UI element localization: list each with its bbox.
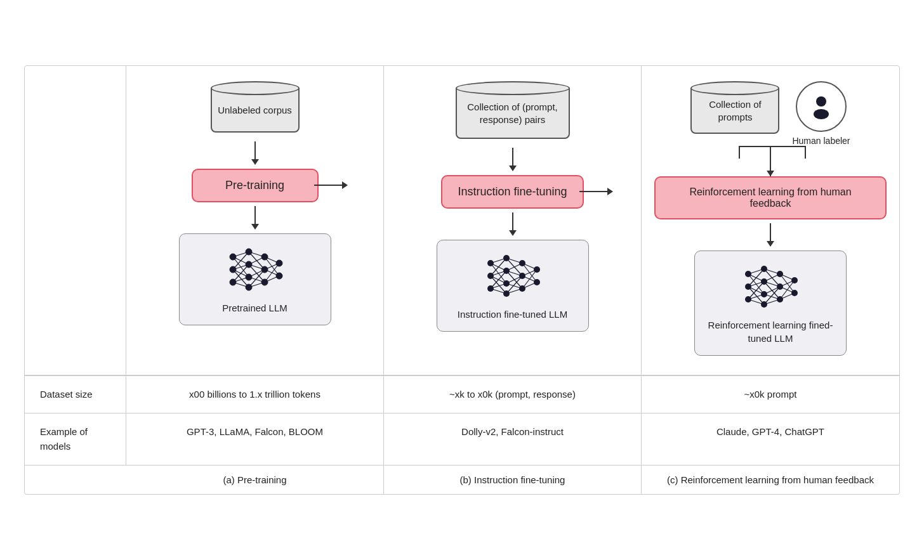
example-models-col-a: GPT-3, LLaMA, Falcon, BLOOM [126,413,384,465]
example-models-label: Example of models [25,413,126,465]
arrow-pairs-to-finetune [509,148,517,171]
caption-row: (a) Pre-training (b) Instruction fine-tu… [25,465,899,494]
col-finetuning: Collection of (prompt, response) pairs I… [384,66,642,375]
arrow-pretrain-to-finetune [314,181,348,189]
svg-line-103 [764,287,780,294]
rlhf-llm-label: Reinforcement learning fined-tuned LLM [705,318,836,345]
pretraining-label: Pre-training [225,179,284,192]
finetuning-process-wrap: Instruction fine-tuning [441,175,583,209]
collection-prompts-label: Collection of prompts [692,94,778,127]
pretraining-box: Pre-training [192,169,319,202]
example-models-col-b: Dolly-v2, Falcon-instruct [384,413,642,465]
arrow-pretrain-to-model [251,206,259,230]
example-models-col-c: Claude, GPT-4, ChatGPT [642,413,899,465]
dataset-size-col-a: x00 billions to 1.x trillion tokens [126,375,384,413]
col-pretraining: Unlabeled corpus Pre-training [126,66,384,375]
caption-col-b: (b) Instruction fine-tuning [384,466,642,494]
dataset-size-label: Dataset size [25,375,126,413]
svg-point-75 [814,109,829,119]
diagram-container: Unlabeled corpus Pre-training [24,65,900,495]
pretraining-process-wrap: Pre-training [192,169,319,202]
arrow-rlhf-to-model [767,223,774,247]
merge-connector [694,146,847,176]
arrow-finetune-to-model [509,212,517,236]
finetuning-box: Instruction fine-tuning [441,175,583,209]
person-icon [807,93,835,120]
rlhf-llm-box: Reinforcement learning fined-tuned LLM [694,251,847,356]
finetuned-llm-box: Instruction fine-tuned LLM [437,240,589,332]
dataset-size-col-b: ~xk to x0k (prompt, response) [384,375,642,413]
caption-col-c: (c) Reinforcement learning from human fe… [642,466,899,494]
svg-line-24 [249,257,265,264]
rlhf-label: Reinforcement learning from human feedba… [689,186,851,209]
collection-prompts-cylinder: Collection of prompts [690,81,779,134]
unlabeled-corpus-cylinder: Unlabeled corpus [211,81,300,133]
empty-label-col [25,66,126,375]
neural-net-icon-1 [223,244,287,295]
col3-inputs-row: Collection of prompts Human labeler [654,81,887,146]
svg-line-64 [506,276,522,283]
arrow-corpus-to-pretrain [251,141,259,165]
dataset-size-row: Dataset size x00 billions to 1.x trillio… [25,375,899,413]
prompt-response-label: Collection of (prompt, response) pairs [457,97,569,129]
unlabeled-corpus-label: Unlabeled corpus [213,100,297,120]
arrow-finetune-to-rlhf [579,188,613,195]
human-labeler-icon [796,81,847,132]
prompt-response-pairs-cylinder: Collection of (prompt, response) pairs [456,81,570,139]
pretrained-llm-label: Pretrained LLM [222,301,287,315]
svg-point-74 [816,96,826,107]
caption-col-a: (a) Pre-training [126,466,384,494]
caption-empty [25,466,126,494]
example-models-row: Example of models GPT-3, LLaMA, Falcon, … [25,413,899,465]
rlhf-box: Reinforcement learning from human feedba… [654,176,887,219]
finetuning-label: Instruction fine-tuning [458,185,567,198]
svg-line-61 [506,263,522,271]
human-labeler: Human labeler [792,81,850,146]
finetuned-llm-label: Instruction fine-tuned LLM [458,308,567,321]
pretrained-llm-box: Pretrained LLM [179,233,331,325]
col-rlhf: Collection of prompts Human labeler [642,66,899,375]
human-labeler-label: Human labeler [792,136,850,146]
dataset-size-col-c: ~x0k prompt [642,375,899,413]
neural-net-icon-3 [739,261,802,312]
svg-line-100 [764,274,780,282]
svg-line-27 [249,270,265,277]
neural-net-icon-2 [481,251,544,301]
